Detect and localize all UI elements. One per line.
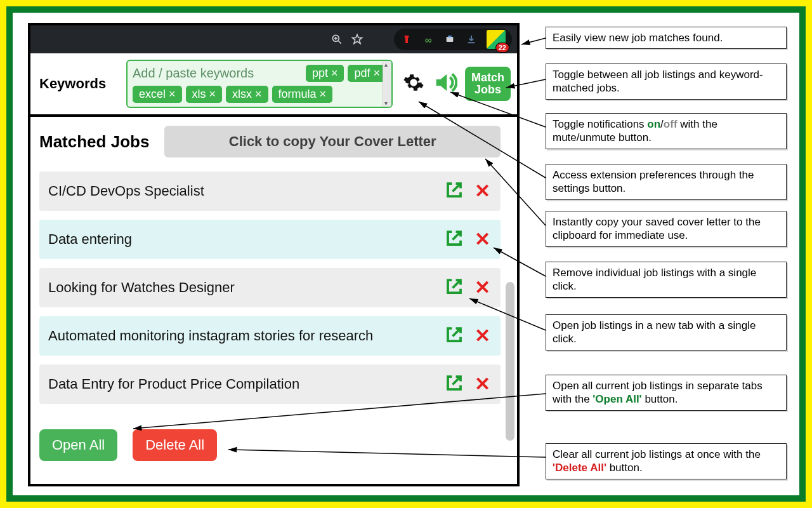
callout-match-toggle: Toggle between all job listings and keyw… — [546, 64, 787, 100]
callout-sound: Toggle notifications on/off with the mut… — [546, 113, 787, 149]
delete-job-icon[interactable]: ✕ — [473, 326, 492, 345]
keyword-tag[interactable]: xlsx × — [226, 86, 268, 103]
callout-delete-one: Remove individual job listings with a si… — [546, 262, 787, 298]
open-in-tab-icon[interactable] — [445, 325, 464, 347]
tray-icon-2[interactable]: ∞ — [422, 33, 435, 46]
extensions-tray: ∞ 22 — [394, 29, 512, 50]
svg-line-1 — [339, 41, 341, 44]
keyword-tag[interactable]: pdf × — [348, 65, 386, 82]
delete-job-icon[interactable]: ✕ — [473, 278, 492, 297]
svg-rect-6 — [448, 36, 451, 37]
keyword-tag[interactable]: xls × — [186, 86, 223, 103]
job-list: CI/CD DevOps Specialist ✕ Data entering … — [39, 171, 501, 404]
job-title: CI/CD DevOps Specialist — [48, 183, 436, 199]
extension-popup: ∞ 22 Keywords Add / paste keywords ppt × — [28, 23, 520, 486]
keywords-input-box[interactable]: Add / paste keywords ppt × pdf × excel ×… — [126, 60, 393, 108]
tray-icon-3[interactable] — [443, 33, 456, 46]
keywords-scrollbar[interactable] — [383, 61, 391, 107]
open-all-button[interactable]: Open All — [39, 429, 117, 461]
open-in-tab-icon[interactable] — [445, 229, 464, 250]
keyword-tag[interactable]: formula × — [272, 86, 333, 103]
bookmark-star-icon[interactable] — [350, 32, 365, 47]
callout-delete-all: Clear all current job listings at once w… — [546, 443, 787, 479]
delete-job-icon[interactable]: ✕ — [473, 230, 492, 249]
browser-toolbar: ∞ 22 — [30, 25, 517, 53]
job-title: Automated monitoring instagram stories f… — [48, 328, 436, 344]
matched-jobs-title: Matched Jobs — [39, 132, 149, 152]
tray-icon-1[interactable] — [400, 33, 413, 46]
download-icon[interactable] — [465, 33, 478, 46]
job-list-scrollbar[interactable] — [506, 282, 514, 441]
delete-job-icon[interactable]: ✕ — [473, 182, 492, 201]
keyword-tag[interactable]: ppt × — [306, 65, 344, 82]
callout-badge: Easily view new job matches found. — [546, 27, 787, 49]
job-row: Data entering ✕ — [39, 220, 501, 259]
copy-cover-letter-button[interactable]: Click to copy Your Cover Letter — [164, 126, 501, 157]
matched-jobs-section: Matched Jobs Click to copy Your Cover Le… — [30, 117, 517, 484]
job-row: CI/CD DevOps Specialist ✕ — [39, 171, 501, 211]
settings-icon[interactable] — [403, 72, 424, 96]
open-in-tab-icon[interactable] — [445, 180, 464, 202]
job-title: Data Entry for Product Price Compilation — [48, 376, 436, 392]
job-row: Data Entry for Product Price Compilation… — [39, 364, 501, 404]
zoom-icon[interactable] — [329, 32, 344, 47]
callout-cover-letter: Instantly copy your saved cover letter t… — [546, 211, 787, 247]
keywords-section: Keywords Add / paste keywords ppt × pdf … — [30, 53, 517, 114]
keywords-placeholder: Add / paste keywords — [133, 66, 302, 81]
keyword-tag[interactable]: excel × — [133, 86, 182, 103]
callout-open-all: Open all current job listings in separat… — [546, 375, 787, 411]
svg-marker-4 — [353, 35, 362, 44]
callout-open-one: Open job listings in a new tab with a si… — [546, 314, 787, 351]
keywords-label: Keywords — [39, 76, 119, 92]
open-in-tab-icon[interactable] — [445, 373, 464, 395]
extension-icon[interactable]: 22 — [487, 30, 506, 49]
job-title: Data entering — [48, 231, 436, 248]
job-row: Automated monitoring instagram stories f… — [39, 316, 501, 356]
open-in-tab-icon[interactable] — [445, 277, 464, 298]
svg-line-7 — [521, 38, 546, 44]
delete-job-icon[interactable]: ✕ — [473, 375, 492, 394]
svg-rect-5 — [447, 37, 454, 42]
job-title: Looking for Watches Designer — [48, 279, 436, 296]
job-row: Looking for Watches Designer ✕ — [39, 268, 501, 307]
sound-on-icon[interactable] — [432, 70, 457, 98]
delete-all-button[interactable]: Delete All — [133, 429, 217, 461]
notification-badge: 22 — [495, 43, 509, 53]
callout-settings: Access extension preferences through the… — [546, 164, 787, 200]
match-jobs-button[interactable]: Match Jobs — [465, 67, 511, 101]
